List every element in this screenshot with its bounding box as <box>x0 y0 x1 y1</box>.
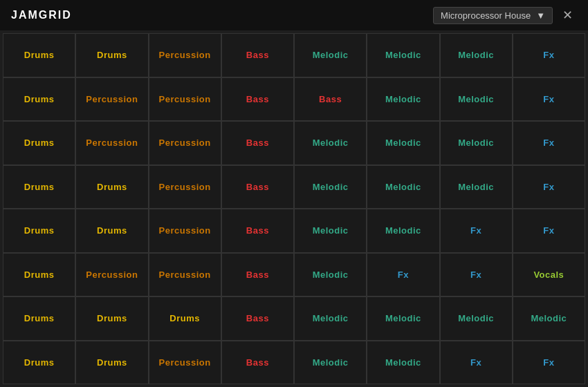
grid-cell-3-1[interactable]: Drums <box>75 165 148 209</box>
grid-cell-5-1[interactable]: Percussion <box>75 253 148 297</box>
grid-cell-7-3[interactable]: Bass <box>221 341 294 385</box>
grid-cell-2-6[interactable]: Melodic <box>440 121 513 165</box>
chevron-down-icon: ▼ <box>536 10 545 21</box>
grid-cell-6-3[interactable]: Bass <box>221 296 294 341</box>
grid-cell-6-4[interactable]: Melodic <box>294 296 367 341</box>
grid-cell-6-7[interactable]: Melodic <box>513 296 585 341</box>
grid-cell-2-3[interactable]: Bass <box>221 121 294 165</box>
grid-cell-6-6[interactable]: Melodic <box>440 296 513 341</box>
grid-cell-4-4[interactable]: Melodic <box>294 209 367 253</box>
grid-cell-7-0[interactable]: Drums <box>3 341 75 385</box>
grid-cell-0-0[interactable]: Drums <box>3 33 75 77</box>
grid-cell-2-7[interactable]: Fx <box>513 121 585 165</box>
grid-cell-4-6[interactable]: Fx <box>440 209 513 253</box>
grid-row-6: DrumsDrumsDrumsBassMelodicMelodicMelodic… <box>3 296 585 341</box>
grid-cell-4-2[interactable]: Percussion <box>149 209 221 253</box>
close-button[interactable]: ✕ <box>558 6 577 24</box>
grid-cell-0-3[interactable]: Bass <box>221 33 294 77</box>
grid-cell-2-5[interactable]: Melodic <box>367 121 439 165</box>
grid-cell-2-4[interactable]: Melodic <box>294 121 367 165</box>
grid-cell-4-1[interactable]: Drums <box>75 209 148 253</box>
grid-cell-3-6[interactable]: Melodic <box>440 165 513 209</box>
grid-cell-7-1[interactable]: Drums <box>75 341 148 385</box>
grid-cell-5-6[interactable]: Fx <box>440 253 513 297</box>
grid-cell-5-4[interactable]: Melodic <box>294 253 367 297</box>
grid-cell-6-1[interactable]: Drums <box>75 296 148 341</box>
grid-cell-0-4[interactable]: Melodic <box>294 33 367 77</box>
grid-cell-0-1[interactable]: Drums <box>75 33 148 77</box>
grid-cell-5-3[interactable]: Bass <box>221 253 294 297</box>
grid-cell-0-6[interactable]: Melodic <box>440 33 513 77</box>
grid-cell-6-0[interactable]: Drums <box>3 296 75 341</box>
preset-dropdown[interactable]: Microprocessor House ▼ <box>433 7 553 24</box>
grid-row-1: DrumsPercussionPercussionBassBassMelodic… <box>3 77 585 122</box>
grid-row-5: DrumsPercussionPercussionBassMelodicFxFx… <box>3 253 585 297</box>
grid-cell-2-2[interactable]: Percussion <box>149 121 221 165</box>
grid-cell-0-5[interactable]: Melodic <box>367 33 439 77</box>
title-bar: JAMGRID Microprocessor House ▼ ✕ <box>0 0 588 30</box>
app-logo: JAMGRID <box>11 9 72 21</box>
title-bar-right: Microprocessor House ▼ ✕ <box>433 6 577 24</box>
grid-row-4: DrumsDrumsPercussionBassMelodicMelodicFx… <box>3 209 585 253</box>
grid-cell-3-4[interactable]: Melodic <box>294 165 367 209</box>
grid-cell-3-5[interactable]: Melodic <box>367 165 439 209</box>
grid-container: DrumsDrumsPercussionBassMelodicMelodicMe… <box>0 30 588 387</box>
grid-row-0: DrumsDrumsPercussionBassMelodicMelodicMe… <box>3 33 585 77</box>
grid-cell-6-5[interactable]: Melodic <box>367 296 439 341</box>
grid-cell-4-0[interactable]: Drums <box>3 209 75 253</box>
grid-cell-7-6[interactable]: Fx <box>440 341 513 385</box>
grid-cell-7-2[interactable]: Percussion <box>149 341 221 385</box>
grid-cell-5-7[interactable]: Vocals <box>513 253 585 297</box>
grid-cell-2-0[interactable]: Drums <box>3 121 75 165</box>
grid-cell-1-3[interactable]: Bass <box>221 77 294 122</box>
grid-cell-1-2[interactable]: Percussion <box>149 77 221 122</box>
grid-row-7: DrumsDrumsPercussionBassMelodicMelodicFx… <box>3 341 585 385</box>
grid-cell-3-3[interactable]: Bass <box>221 165 294 209</box>
grid-row-3: DrumsDrumsPercussionBassMelodicMelodicMe… <box>3 165 585 209</box>
grid-cell-1-7[interactable]: Fx <box>513 77 585 122</box>
grid-cell-7-5[interactable]: Melodic <box>367 341 439 385</box>
grid-cell-1-6[interactable]: Melodic <box>440 77 513 122</box>
grid-cell-3-2[interactable]: Percussion <box>149 165 221 209</box>
grid-cell-0-7[interactable]: Fx <box>513 33 585 77</box>
grid-cell-1-1[interactable]: Percussion <box>75 77 148 122</box>
grid-cell-2-1[interactable]: Percussion <box>75 121 148 165</box>
grid-cell-5-2[interactable]: Percussion <box>149 253 221 297</box>
grid-cell-1-5[interactable]: Melodic <box>367 77 439 122</box>
grid-cell-1-4[interactable]: Bass <box>294 77 367 122</box>
grid-cell-7-7[interactable]: Fx <box>513 341 585 385</box>
grid-cell-3-0[interactable]: Drums <box>3 165 75 209</box>
grid-cell-5-5[interactable]: Fx <box>367 253 439 297</box>
app-container: JAMGRID Microprocessor House ▼ ✕ DrumsDr… <box>0 0 588 387</box>
grid-cell-6-2[interactable]: Drums <box>149 296 221 341</box>
grid-cell-7-4[interactable]: Melodic <box>294 341 367 385</box>
grid-row-2: DrumsPercussionPercussionBassMelodicMelo… <box>3 121 585 165</box>
grid-cell-1-0[interactable]: Drums <box>3 77 75 122</box>
grid-cell-0-2[interactable]: Percussion <box>149 33 221 77</box>
preset-label: Microprocessor House <box>441 10 531 21</box>
grid-cell-4-3[interactable]: Bass <box>221 209 294 253</box>
grid-cell-4-7[interactable]: Fx <box>513 209 585 253</box>
grid-cell-4-5[interactable]: Melodic <box>367 209 439 253</box>
grid-cell-5-0[interactable]: Drums <box>3 253 75 297</box>
grid-cell-3-7[interactable]: Fx <box>513 165 585 209</box>
